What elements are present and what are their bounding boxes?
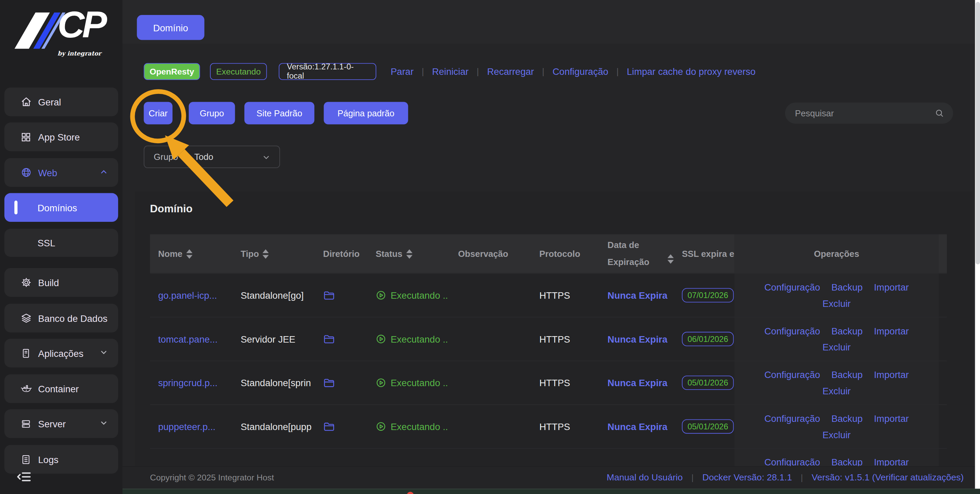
layers-icon (21, 312, 32, 324)
sidebar-collapse-button[interactable] (16, 469, 33, 484)
search-icon[interactable] (934, 108, 944, 118)
status-text: Executando .. (391, 377, 448, 388)
configure-service-link[interactable]: Configuração (553, 66, 608, 76)
column-header-nome[interactable]: Nome (150, 234, 232, 273)
configure-link[interactable]: Configuração (764, 457, 820, 467)
delete-link[interactable]: Excluir (822, 386, 851, 396)
page-scrollbar-track (975, 0, 980, 489)
desktop-edge-strip (123, 489, 980, 494)
expiry-text[interactable]: Nunca Expira (608, 421, 667, 432)
sidebar-item-label: Server (38, 418, 66, 429)
import-link[interactable]: Importar (874, 413, 909, 424)
import-link[interactable]: Importar (874, 326, 909, 336)
delete-link[interactable]: Excluir (822, 298, 851, 308)
search-input[interactable] (794, 108, 934, 119)
column-header-status[interactable]: Status (368, 234, 450, 273)
row-operations: Configuração Backup Importar Excluir (734, 318, 939, 361)
clear-proxy-cache-link[interactable]: Limpar cache do proxy reverso (627, 66, 756, 76)
notification-dot (407, 492, 414, 494)
chevron-down-icon (99, 348, 108, 357)
backup-link[interactable]: Backup (831, 326, 862, 336)
panel-version-link[interactable]: Versão: v1.5.1 (Verificar atualizações) (811, 473, 964, 483)
table-title: Domínio (150, 203, 192, 216)
restart-link[interactable]: Reiniciar (432, 66, 469, 76)
column-header-observacao: Observação (450, 234, 531, 273)
import-link[interactable]: Importar (874, 282, 909, 292)
folder-icon[interactable] (323, 334, 335, 344)
sidebar-item-label: Logs (38, 454, 59, 464)
sidebar-item-web[interactable]: Web (5, 158, 118, 187)
main-content: Domínio OpenResty Executando Versão:1.27… (123, 0, 980, 494)
default-site-button[interactable]: Site Padrão (244, 102, 314, 124)
chevron-down-icon (99, 419, 108, 428)
sidebar: CP by integrator Geral App Store Web (0, 0, 123, 494)
expiry-text[interactable]: Nunca Expira (608, 290, 667, 300)
configure-link[interactable]: Configuração (764, 326, 820, 336)
import-link[interactable]: Importar (874, 457, 909, 467)
docker-version-link[interactable]: Docker Versão: 28.1.1 (702, 473, 792, 483)
sort-icon[interactable] (186, 249, 192, 259)
logo-text: CP (57, 3, 105, 46)
page-scrollbar-thumb[interactable] (975, 2, 980, 264)
row-operations: Configuração Backup Importar Excluir (734, 273, 939, 317)
column-header-data-expiracao[interactable]: Data de Expiração (599, 234, 674, 273)
import-link[interactable]: Importar (874, 370, 909, 380)
group-filter-select[interactable]: Grupo Todo (143, 146, 280, 168)
page-footer: Copyright © 2025 Integrator Host Manual … (123, 466, 980, 489)
sidebar-item-ssl[interactable]: SSL (5, 229, 118, 257)
create-button[interactable]: Criar (143, 102, 172, 124)
sidebar-item-banco-de-dados[interactable]: Banco de Dados (5, 304, 118, 332)
configure-link[interactable]: Configuração (764, 282, 820, 292)
separator: | (477, 66, 479, 76)
domain-name-link[interactable]: puppeteer.p... (158, 421, 216, 432)
table-body: go.panel-icp... Standalone[go] (150, 273, 947, 467)
backup-link[interactable]: Backup (831, 370, 862, 380)
expiry-text[interactable]: Nunca Expira (608, 334, 667, 344)
column-header-operacoes: Operações (734, 234, 939, 273)
play-circle-icon (375, 421, 386, 432)
sidebar-item-app-store[interactable]: App Store (5, 122, 118, 151)
sort-icon[interactable] (406, 249, 412, 259)
sidebar-item-aplicacoes[interactable]: Aplicações (5, 339, 118, 367)
sidebar-item-container[interactable]: Container (5, 374, 118, 403)
logo-subtitle: by integrator (57, 50, 101, 57)
sidebar-item-build[interactable]: Build (5, 268, 118, 297)
domain-name-link[interactable]: tomcat.pane... (158, 334, 218, 344)
stop-link[interactable]: Parar (391, 66, 414, 76)
folder-icon[interactable] (323, 290, 335, 300)
column-header-diretorio: Diretório (315, 234, 368, 273)
sidebar-item-geral[interactable]: Geral (5, 87, 118, 116)
delete-link[interactable]: Excluir (822, 342, 851, 353)
sort-icon[interactable] (263, 249, 269, 259)
folder-icon[interactable] (323, 421, 335, 432)
backup-link[interactable]: Backup (831, 413, 862, 424)
delete-link[interactable]: Excluir (822, 429, 851, 440)
sidebar-item-server[interactable]: Server (5, 409, 118, 438)
sort-icon[interactable] (668, 254, 674, 264)
reload-link[interactable]: Recarregar (487, 66, 534, 76)
ssl-expiry-badge: 05/01/2026 (682, 376, 734, 390)
domain-name-link[interactable]: go.panel-icp... (158, 290, 217, 300)
expiry-text[interactable]: Nunca Expira (608, 377, 667, 388)
column-header-protocolo: Protocolo (531, 234, 599, 273)
ssl-expiry-badge: 06/01/2026 (682, 332, 734, 346)
grid-icon (21, 131, 32, 143)
group-button[interactable]: Grupo (189, 102, 235, 124)
configure-link[interactable]: Configuração (764, 413, 820, 424)
domain-name-link[interactable]: springcrud.p... (158, 377, 218, 388)
backup-link[interactable]: Backup (831, 282, 862, 292)
default-page-button[interactable]: Página padrão (324, 102, 408, 124)
user-manual-link[interactable]: Manual do Usuário (607, 473, 683, 483)
chevron-down-icon (262, 153, 271, 162)
configure-link[interactable]: Configuração (764, 370, 820, 380)
sidebar-item-dominios[interactable]: Domínios (5, 193, 118, 222)
table-row: Configuração Backup Importar Excluir (150, 448, 947, 466)
domain-type: Standalone[go] (240, 290, 304, 300)
column-header-tipo[interactable]: Tipo (232, 234, 315, 273)
domain-page-button[interactable]: Domínio (137, 15, 204, 40)
backup-link[interactable]: Backup (831, 457, 862, 467)
logs-icon (21, 454, 32, 465)
folder-icon[interactable] (323, 377, 335, 388)
sidebar-item-label: Web (38, 167, 57, 178)
search-box (785, 102, 953, 124)
